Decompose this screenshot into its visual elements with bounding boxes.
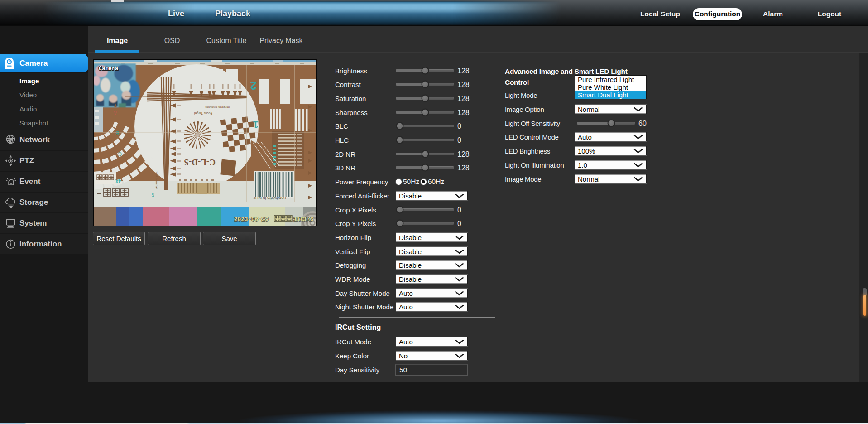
svg-text:13:03:46: 13:03:46 xyxy=(293,216,313,223)
svg-text:2023-06-29: 2023-06-29 xyxy=(234,216,269,223)
svg-text:Camera: Camera xyxy=(99,66,118,72)
